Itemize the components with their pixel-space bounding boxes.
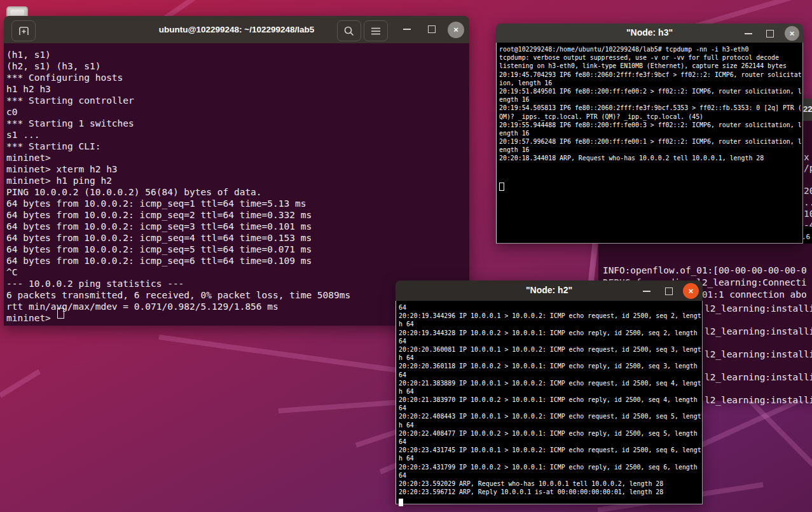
terminal-line: mininet> xterm h2 h3 [6,163,469,175]
pox-title-fragment: 22 [803,104,812,114]
terminal-line: 64 [399,303,702,312]
terminal-line: 20:20:18.344018 ARP, Request who-has 10.… [499,154,802,162]
close-icon: × [689,287,694,295]
terminal-line: h 64 [399,421,702,429]
terminal-line: 64 [399,471,702,480]
maximize-icon [665,287,673,295]
terminal-line: ength 16 [499,95,802,104]
terminal-line: 64 bytes from 10.0.0.2: icmp_seq=1 ttl=6… [6,198,469,209]
terminal-line: root@102299248:/home/ubuntu/102299248/la… [499,45,802,53]
terminal-line: 20:20:19.344328 IP 10.0.0.2 > 10.0.0.1: … [399,329,702,337]
terminal-line: 20:20:23.596712 ARP, Reply 10.0.0.1 is-a… [399,488,702,496]
terminal-line: 64 [399,371,702,379]
terminal-line: 20:20:21.383889 IP 10.0.0.1 > 10.0.0.2: … [399,379,702,387]
terminal-line-fragment: l2_learning:installi [705,303,812,315]
terminal-line: 20:19:45.704293 IP6 fe80::2060:2fff:fe3f… [499,71,802,79]
terminal-line: 64 [399,438,702,446]
hamburger-menu-icon [371,27,381,35]
desktop: 22 INFO:openflow.of_01:[00-00-00-00-00-0… [0,0,812,512]
terminal-line: 20:19:55.944488 IP6 fe80::200:ff:fe00:3 … [499,121,802,129]
h2-terminal-output[interactable]: 6420:20:19.344296 IP 10.0.0.1 > 10.0.0.2… [396,301,703,504]
minimize-icon [745,33,752,34]
terminal-line: (h2, s1) (h3, s1) [6,60,469,72]
terminal-line: *** Starting 1 switches [6,118,469,129]
h3-terminal-output[interactable]: root@102299248:/home/ubuntu/102299248/la… [496,43,803,244]
terminal-line: ength 16 [499,146,802,154]
terminal-line: tcpdump: verbose output suppressed, use … [499,53,802,62]
close-icon: × [453,25,458,34]
terminal-line: listening on h3-eth0, link-type EN10MB (… [499,62,802,70]
terminal-line: ion, length 16 [499,79,802,87]
h3-close-button[interactable]: × [785,26,799,41]
maximize-button[interactable] [426,24,437,35]
close-button[interactable]: × [448,22,464,38]
terminal-line: ^C [6,266,469,278]
h2-titlebar[interactable]: "Node: h2" × [396,280,703,301]
terminal-line: 20:20:19.344296 IP 10.0.0.1 > 10.0.0.2: … [399,312,702,320]
terminal-line-fragment: .. [804,197,812,209]
terminal-line: 20:19:51.849501 IP6 fe80::200:ff:fe00:2 … [499,87,802,95]
terminal-line: c0 [6,106,469,118]
search-button[interactable] [337,20,361,41]
h3-window-title: "Node: h3" [496,27,803,38]
h2-maximize-button[interactable] [663,286,675,297]
h2-text-cursor [399,499,403,506]
terminal-line: 64 [399,404,702,412]
search-icon [343,25,355,37]
h3-maximize-button[interactable] [764,28,776,39]
terminal-line: 64 bytes from 10.0.0.2: icmp_seq=6 ttl=6… [6,255,469,266]
background-window-fragment: .6 [802,226,812,244]
terminal-line-fragment: l2_learning:installi [705,371,812,384]
terminal-line: *** Starting CLI: [6,141,469,152]
terminal-line: s1 ... [6,129,469,141]
terminal-line: 20:20:23.431745 IP 10.0.0.1 > 10.0.0.2: … [399,446,702,454]
mininet-terminal-window[interactable]: ubuntu@102299248: ~/102299248/lab5 [4,16,469,326]
dock-icon-screen [10,10,24,15]
terminal-line: 20:20:23.592029 ARP, Request who-has 10.… [399,480,702,488]
terminal-line: 20:19:57.996248 IP6 fe80::200:ff:fe00:1 … [499,137,802,146]
maximize-icon [428,25,436,33]
terminal-line: 64 bytes from 10.0.0.2: icmp_seq=3 ttl=6… [6,221,469,232]
terminal-line-fragment: 10 [804,208,812,220]
h2-xterm-window[interactable]: "Node: h2" × 6420:20:19.344296 IP 10.0.0… [396,280,703,504]
terminal-line: 20:20:23.431799 IP 10.0.0.2 > 10.0.0.1: … [399,463,702,471]
terminal-line: ength 16 [499,129,802,137]
terminal-line: 64 [399,337,702,345]
terminal-line: h 64 [399,454,702,462]
terminal-line: 20:20:20.360118 IP 10.0.0.2 > 10.0.0.1: … [399,362,702,370]
terminal-line: h 64 [399,320,702,328]
h2-close-button[interactable]: × [683,283,699,299]
minimize-button[interactable] [401,24,413,35]
terminal-line: 64 bytes from 10.0.0.2: icmp_seq=5 ttl=6… [6,244,469,255]
terminal-line-fragment: l2_learning:installi [705,326,812,338]
terminal-line: *** Starting controller [6,95,469,106]
h3-text-cursor [499,183,504,191]
h3-minimize-button[interactable] [743,28,754,39]
terminal-line: 20:20:20.360081 IP 10.0.0.1 > 10.0.0.2: … [399,345,702,354]
terminal-line: (h1, s1) [6,49,469,60]
h2-window-title: "Node: h2" [396,285,703,295]
mininet-titlebar[interactable]: ubuntu@102299248: ~/102299248/lab5 [4,16,469,43]
terminal-line-fragment: l2_learning:installi [705,394,812,406]
terminal-line: PING 10.0.0.2 (10.0.0.2) 56(84) bytes of… [6,186,469,198]
minimize-icon [643,291,650,292]
terminal-line-fragment: 20 [804,185,812,197]
menu-button[interactable] [364,20,388,41]
terminal-line: mininet> h1 ping h2 [6,175,469,186]
terminal-line: h 64 [399,387,702,396]
maximize-icon [766,30,774,38]
terminal-line: 20:20:22.408477 IP 10.0.0.2 > 10.0.0.1: … [399,429,702,438]
terminal-line: mininet> [6,152,469,163]
terminal-line: 20:19:54.505813 IP6 fe80::2060:2fff:fe3f… [499,104,802,112]
h3-xterm-window[interactable]: "Node: h3" × root@102299248:/home/ubuntu… [496,24,803,244]
h3-titlebar[interactable]: "Node: h3" × [496,24,803,43]
terminal-line: 20:20:21.383970 IP 10.0.0.2 > 10.0.0.1: … [399,396,702,404]
text-cursor [57,308,64,319]
terminal-line: 20:20:22.408443 IP 10.0.0.1 > 10.0.0.2: … [399,412,702,420]
terminal-line-fragment: l2_learning:installi [705,349,812,361]
mininet-window-title: ubuntu@102299248: ~/102299248/lab5 [4,25,469,34]
h2-minimize-button[interactable] [641,286,652,297]
terminal-line: *** Configuring hosts [6,72,469,83]
terminal-line-fragment: /p [804,162,812,174]
terminal-line: h1 h2 h3 [6,83,469,95]
